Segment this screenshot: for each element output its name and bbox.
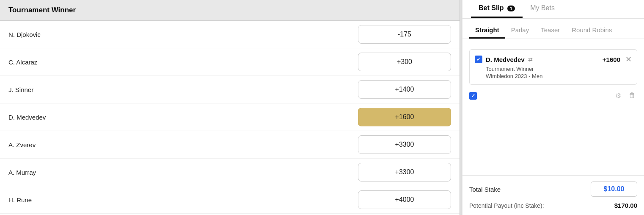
player-row: J. Sinner+1400 [0,76,460,103]
tab-my-bets[interactable]: My Bets [523,0,562,18]
bet-type-tabs: Straight Parlay Teaser Round Robins [462,19,644,39]
player-row: A. Murray+3300 [0,159,460,186]
odds-button[interactable]: +4000 [358,190,451,209]
player-name: N. Djokovic [8,31,358,38]
remove-bet-button[interactable]: ✕ [625,55,632,64]
stake-checkbox[interactable] [469,92,477,100]
player-row: N. Djokovic-175 [0,21,460,48]
player-name: D. Medvedev [8,114,358,121]
player-list: N. Djokovic-175C. Alcaraz+300J. Sinner+1… [0,21,460,214]
right-panel: Bet Slip 1 My Bets Straight Parlay Tease… [462,0,644,215]
tab-straight[interactable]: Straight [469,23,505,39]
stake-icons: ⚙ 🗑 [615,92,637,100]
top-header-tabs: Bet Slip 1 My Bets [462,0,644,19]
player-row: H. Rune+4000 [0,186,460,214]
total-stake-label: Total Stake [469,186,501,193]
bet-odds: +1600 [603,56,620,63]
tab-bet-slip-label: Bet Slip [479,4,504,11]
tab-teaser[interactable]: Teaser [535,23,566,39]
odds-button[interactable]: +3300 [358,163,451,181]
player-name: A. Murray [8,169,358,176]
player-name: J. Sinner [8,86,358,93]
odds-button[interactable]: +1400 [358,80,451,99]
tab-bet-slip[interactable]: Bet Slip 1 [471,0,523,18]
bet-entry-header: D. Medvedev ⇄ +1600 ✕ [475,55,632,64]
odds-button[interactable]: -175 [358,25,451,44]
bet-player-name: D. Medvedev [486,56,525,63]
tab-parlay[interactable]: Parlay [505,23,535,39]
player-row: A. Zverev+3300 [0,131,460,159]
tab-my-bets-label: My Bets [530,4,555,11]
bet-entry: D. Medvedev ⇄ +1600 ✕ Tournament Winner … [469,49,637,85]
player-row: C. Alcaraz+300 [0,48,460,76]
bet-slip-body: D. Medvedev ⇄ +1600 ✕ Tournament Winner … [462,39,644,175]
trash-icon[interactable]: 🗑 [629,92,637,100]
player-name: C. Alcaraz [8,59,358,66]
odds-button[interactable]: +3300 [358,135,451,154]
player-name: H. Rune [8,196,358,204]
left-panel: Tournament Winner N. Djokovic-175C. Alca… [0,0,460,215]
player-row: D. Medvedev+1600 [0,103,460,131]
bet-entry-left: D. Medvedev ⇄ [475,56,533,63]
payout-row: Potential Payout (inc Stake): $170.00 [469,202,637,209]
player-name: A. Zverev [8,141,358,148]
total-stake-row: Total Stake [469,181,637,197]
stake-row: ⚙ 🗑 [469,89,637,103]
bet-checkbox[interactable] [475,56,482,63]
tab-round-robins[interactable]: Round Robins [566,23,618,39]
payout-label: Potential Payout (inc Stake): [469,202,544,209]
odds-button[interactable]: +300 [358,53,451,71]
gear-icon[interactable]: ⚙ [615,92,624,100]
bottom-section: Total Stake Potential Payout (inc Stake)… [462,175,644,215]
bet-slip-badge: 1 [507,6,515,11]
bet-subtitle-type: Tournament Winner [475,66,632,72]
odds-button[interactable]: +1600 [358,108,451,126]
payout-value: $170.00 [614,202,637,209]
panel-title: Tournament Winner [0,0,460,21]
total-stake-input[interactable] [591,181,637,197]
bet-subtitle-event: Wimbledon 2023 - Men [475,73,632,79]
swap-icon: ⇄ [528,56,533,63]
